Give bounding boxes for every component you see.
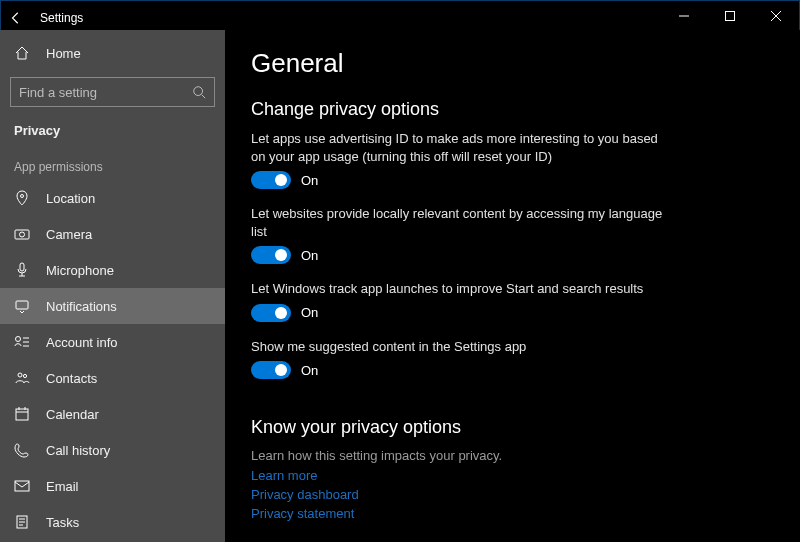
toggle-state: On bbox=[301, 305, 318, 320]
link-privacy-dashboard[interactable]: Privacy dashboard bbox=[251, 486, 774, 505]
setting-advertising-id: Let apps use advertising ID to make ads … bbox=[251, 130, 671, 189]
know-privacy-desc: Learn how this setting impacts your priv… bbox=[251, 448, 774, 463]
toggle-state: On bbox=[301, 363, 318, 378]
sidebar-item-label: Camera bbox=[46, 227, 92, 242]
section-app-permissions: App permissions bbox=[0, 146, 225, 180]
sidebar-item-tasks[interactable]: Tasks bbox=[0, 504, 225, 540]
svg-point-8 bbox=[18, 373, 22, 377]
close-button[interactable] bbox=[753, 1, 799, 31]
sidebar-item-label: Location bbox=[46, 191, 95, 206]
calendar-icon bbox=[14, 406, 30, 422]
sidebar-item-label: Microphone bbox=[46, 263, 114, 278]
section-privacy: Privacy bbox=[0, 117, 225, 146]
subheading-know-privacy: Know your privacy options bbox=[251, 417, 774, 438]
svg-point-2 bbox=[21, 195, 24, 198]
sidebar-item-label: Call history bbox=[46, 443, 110, 458]
svg-point-9 bbox=[23, 374, 26, 377]
location-icon bbox=[14, 190, 30, 206]
svg-point-1 bbox=[194, 87, 203, 96]
sidebar-item-camera[interactable]: Camera bbox=[0, 216, 225, 252]
toggle-suggested-content[interactable] bbox=[251, 361, 291, 379]
toggle-advertising-id[interactable] bbox=[251, 171, 291, 189]
link-learn-more[interactable]: Learn more bbox=[251, 467, 774, 486]
sidebar: Home Privacy App permissions Location Ca… bbox=[0, 30, 225, 542]
titlebar: Settings bbox=[0, 0, 800, 30]
camera-icon bbox=[14, 226, 30, 242]
svg-rect-0 bbox=[726, 12, 735, 21]
sidebar-item-label: Account info bbox=[46, 335, 118, 350]
sidebar-item-location[interactable]: Location bbox=[0, 180, 225, 216]
sidebar-item-call-history[interactable]: Call history bbox=[0, 432, 225, 468]
home-label: Home bbox=[46, 46, 81, 61]
toggle-language-list[interactable] bbox=[251, 246, 291, 264]
toggle-track-launches[interactable] bbox=[251, 304, 291, 322]
sidebar-item-notifications[interactable]: Notifications bbox=[0, 288, 225, 324]
setting-desc: Let apps use advertising ID to make ads … bbox=[251, 130, 671, 165]
home-icon bbox=[14, 45, 30, 61]
setting-desc: Let Windows track app launches to improv… bbox=[251, 280, 671, 298]
main-panel: General Change privacy options Let apps … bbox=[225, 30, 800, 542]
notifications-icon bbox=[14, 298, 30, 314]
contacts-icon bbox=[14, 370, 30, 386]
svg-point-7 bbox=[16, 337, 21, 342]
maximize-button[interactable] bbox=[707, 1, 753, 31]
link-privacy-statement[interactable]: Privacy statement bbox=[251, 505, 774, 524]
toggle-state: On bbox=[301, 248, 318, 263]
search-icon bbox=[192, 85, 206, 99]
toggle-state: On bbox=[301, 173, 318, 188]
svg-rect-6 bbox=[16, 301, 28, 309]
search-input[interactable] bbox=[19, 85, 192, 100]
sidebar-item-label: Notifications bbox=[46, 299, 117, 314]
page-title: General bbox=[251, 48, 774, 79]
back-button[interactable] bbox=[6, 8, 26, 28]
sidebar-item-label: Calendar bbox=[46, 407, 99, 422]
setting-track-launches: Let Windows track app launches to improv… bbox=[251, 280, 671, 322]
sidebar-item-label: Contacts bbox=[46, 371, 97, 386]
sidebar-item-email[interactable]: Email bbox=[0, 468, 225, 504]
minimize-button[interactable] bbox=[661, 1, 707, 31]
call-history-icon bbox=[14, 442, 30, 458]
sidebar-item-account-info[interactable]: Account info bbox=[0, 324, 225, 360]
email-icon bbox=[14, 478, 30, 494]
microphone-icon bbox=[14, 262, 30, 278]
svg-rect-10 bbox=[16, 409, 28, 420]
svg-rect-5 bbox=[20, 263, 24, 271]
home-button[interactable]: Home bbox=[0, 35, 225, 71]
app-title: Settings bbox=[40, 11, 83, 25]
svg-rect-11 bbox=[15, 481, 29, 491]
subheading-change-privacy: Change privacy options bbox=[251, 99, 774, 120]
search-box[interactable] bbox=[10, 77, 215, 107]
sidebar-item-contacts[interactable]: Contacts bbox=[0, 360, 225, 396]
sidebar-item-label: Tasks bbox=[46, 515, 79, 530]
svg-rect-3 bbox=[15, 230, 29, 239]
tasks-icon bbox=[14, 514, 30, 530]
setting-suggested-content: Show me suggested content in the Setting… bbox=[251, 338, 671, 380]
setting-language-list: Let websites provide locally relevant co… bbox=[251, 205, 671, 264]
account-info-icon bbox=[14, 334, 30, 350]
setting-desc: Show me suggested content in the Setting… bbox=[251, 338, 671, 356]
sidebar-item-label: Email bbox=[46, 479, 79, 494]
setting-desc: Let websites provide locally relevant co… bbox=[251, 205, 671, 240]
sidebar-item-microphone[interactable]: Microphone bbox=[0, 252, 225, 288]
svg-point-4 bbox=[20, 232, 25, 237]
sidebar-item-calendar[interactable]: Calendar bbox=[0, 396, 225, 432]
